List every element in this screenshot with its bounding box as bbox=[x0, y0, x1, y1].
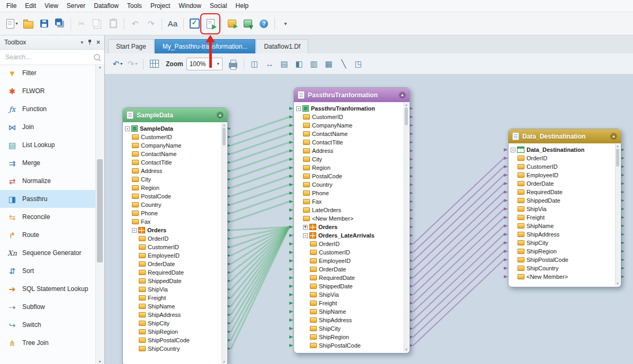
tab-start-page[interactable]: Start Page bbox=[108, 39, 154, 53]
node-scrollbar[interactable] bbox=[221, 123, 227, 364]
tree-item[interactable]: Phone bbox=[294, 189, 404, 197]
link-purple[interactable] bbox=[413, 184, 504, 269]
paste-button[interactable] bbox=[105, 15, 121, 32]
link-green[interactable] bbox=[231, 193, 289, 213]
port-stub[interactable] bbox=[289, 132, 293, 135]
link-purple[interactable] bbox=[413, 209, 504, 295]
expand-icon[interactable]: + bbox=[303, 225, 308, 230]
zoom-select[interactable]: 100% ▾ bbox=[186, 58, 222, 70]
menu-view[interactable]: View bbox=[40, 1, 63, 11]
link-purple[interactable] bbox=[413, 226, 504, 312]
port-stub[interactable] bbox=[289, 175, 293, 178]
tree-item[interactable]: CustomerID bbox=[123, 243, 221, 251]
tree-item[interactable]: Freight bbox=[509, 213, 615, 222]
toolbox-item-list-lookup[interactable]: ▤List Lookup bbox=[0, 136, 96, 154]
chevron-down-icon[interactable]: ▾ bbox=[81, 40, 83, 45]
node-dest[interactable]: Data_Destinatination▴-Data_Destinatinati… bbox=[508, 129, 621, 287]
link-green[interactable] bbox=[231, 202, 289, 222]
menu-tools[interactable]: Tools bbox=[123, 1, 146, 11]
link-green[interactable] bbox=[231, 125, 289, 145]
tree-item[interactable]: Region bbox=[123, 184, 221, 192]
port-stub[interactable] bbox=[289, 335, 293, 339]
link-purple[interactable] bbox=[413, 243, 504, 329]
port-stub[interactable] bbox=[504, 275, 508, 278]
collapse-button[interactable]: ▴ bbox=[217, 112, 224, 119]
canvas-undo-button[interactable]: ↶▾ bbox=[111, 57, 124, 71]
tree-item[interactable]: ShipCity bbox=[509, 239, 615, 247]
tree-item[interactable]: OrderID bbox=[509, 154, 615, 162]
menu-project[interactable]: Project bbox=[146, 1, 174, 11]
link-green[interactable] bbox=[231, 134, 289, 154]
port-stub[interactable] bbox=[289, 242, 293, 245]
print-button[interactable] bbox=[226, 57, 240, 71]
port-stub[interactable] bbox=[504, 182, 508, 185]
link-purple[interactable] bbox=[413, 192, 504, 278]
toolbox-item-join[interactable]: ⋈Join bbox=[0, 118, 96, 136]
port-stub[interactable] bbox=[289, 251, 293, 254]
node-scrollbar[interactable] bbox=[615, 144, 620, 286]
node-scrollbar[interactable] bbox=[404, 103, 409, 352]
port-stub[interactable] bbox=[289, 319, 293, 322]
tree-item[interactable]: EmployeeID bbox=[123, 251, 221, 260]
collapse-button[interactable]: ▴ bbox=[399, 92, 406, 98]
port-stub[interactable] bbox=[289, 107, 293, 110]
link-green[interactable] bbox=[231, 185, 289, 205]
toolbox-scrollbar[interactable] bbox=[95, 64, 104, 364]
verify-button[interactable] bbox=[186, 15, 202, 32]
link-purple[interactable] bbox=[413, 217, 504, 303]
menu-edit[interactable]: Edit bbox=[21, 1, 40, 11]
tree-item[interactable]: RequiredDate bbox=[509, 188, 615, 196]
tree-item[interactable]: CompanyName bbox=[294, 121, 404, 130]
tree-item[interactable]: ShipAddress bbox=[294, 316, 404, 324]
tree-item[interactable]: ShipVia bbox=[123, 285, 221, 294]
link-purple[interactable] bbox=[413, 260, 504, 345]
port-stub[interactable] bbox=[289, 276, 293, 279]
tree-item[interactable]: ShipName bbox=[123, 302, 221, 311]
toolbar-options-button[interactable]: ▾ bbox=[278, 15, 293, 32]
scrollbar-thumb[interactable] bbox=[222, 128, 226, 145]
tree-item[interactable]: <New Member> bbox=[509, 272, 615, 281]
tree-item[interactable]: ShipRegion bbox=[509, 247, 615, 256]
straight-link-button[interactable]: ╲ bbox=[337, 57, 351, 71]
toolbox-item-flwor[interactable]: ✱FLWOR bbox=[0, 82, 96, 100]
tree-item[interactable]: +Orders bbox=[294, 223, 404, 231]
tree-item[interactable]: City bbox=[294, 155, 404, 163]
collapse-icon[interactable]: - bbox=[303, 233, 308, 238]
port-stub[interactable] bbox=[504, 258, 508, 261]
link-purple[interactable] bbox=[413, 158, 504, 244]
port-stub[interactable] bbox=[289, 327, 293, 330]
tree-item[interactable]: ShipVia bbox=[294, 290, 404, 299]
layout-horizontal-button[interactable]: ◫ bbox=[248, 57, 262, 71]
tree-item[interactable]: -Orders_LateArrivals bbox=[294, 231, 404, 240]
tree-item[interactable]: ShipCountry bbox=[509, 264, 615, 272]
tree-item[interactable]: EmployeeID bbox=[509, 171, 615, 179]
tree-item[interactable]: PostalCode bbox=[123, 192, 221, 201]
port-stub[interactable] bbox=[289, 344, 293, 347]
schedule-job-button[interactable] bbox=[224, 15, 240, 32]
link-green[interactable] bbox=[231, 227, 289, 281]
tree-item[interactable]: Country bbox=[123, 201, 221, 209]
toolbox-item-sql-statement-lookup[interactable]: ➔SQL Statement Lookup bbox=[0, 280, 96, 298]
scrollbar-thumb[interactable] bbox=[97, 159, 103, 262]
collapse-icon[interactable]: - bbox=[511, 148, 515, 152]
port-stub[interactable] bbox=[504, 250, 508, 253]
tree-item[interactable]: -PassthruTranformation bbox=[294, 104, 404, 113]
port-stub[interactable] bbox=[289, 285, 293, 288]
collapse-button[interactable]: ▴ bbox=[610, 133, 617, 140]
link-green[interactable] bbox=[231, 176, 289, 196]
tree-item[interactable]: OrderDate bbox=[294, 265, 404, 274]
fit-grid-button[interactable] bbox=[147, 57, 161, 71]
toolbox-item-passthru[interactable]: ◨Passthru bbox=[0, 190, 96, 208]
port-stub[interactable] bbox=[289, 158, 293, 161]
port-stub[interactable] bbox=[504, 267, 508, 270]
port-stub[interactable] bbox=[289, 310, 293, 313]
tree-item[interactable]: ShippedDate bbox=[294, 282, 404, 290]
tree-item[interactable]: City bbox=[123, 175, 221, 184]
tree-item[interactable]: Address bbox=[123, 167, 221, 175]
port-stub[interactable] bbox=[289, 115, 293, 119]
new-button[interactable]: ▾ bbox=[4, 15, 20, 32]
port-stub[interactable] bbox=[289, 141, 293, 144]
port-stub[interactable] bbox=[289, 234, 293, 237]
tree-item[interactable]: RequiredDate bbox=[123, 268, 221, 277]
tree-item[interactable]: CustomerID bbox=[123, 133, 221, 141]
